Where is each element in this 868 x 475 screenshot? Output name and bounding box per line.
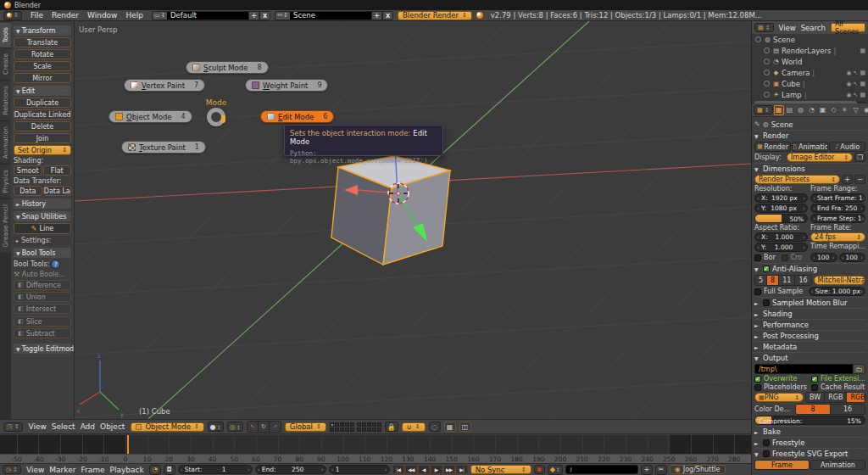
timeline-menu-frame[interactable]: Frame: [78, 466, 107, 474]
next-keyframe-button[interactable]: ▶▶: [443, 465, 455, 474]
panel-transform-header[interactable]: ▼Transform: [14, 25, 71, 36]
freestyle-svg-export-checkbox[interactable]: [763, 450, 770, 457]
menu-help[interactable]: Help: [121, 11, 147, 20]
render-anim-button[interactable]: ◫: [459, 422, 471, 432]
animatio-button[interactable]: ◫Animatio: [792, 142, 828, 152]
snap-settings-expander[interactable]: ▸Settings:: [14, 236, 71, 245]
channels-rgba[interactable]: RGBA: [847, 393, 865, 402]
panel-toggle-editmode-header[interactable]: ▼Toggle Editmode: [14, 344, 71, 354]
color-depth-8[interactable]: 8: [796, 405, 831, 414]
shelf-tab-animation[interactable]: Animation: [0, 120, 11, 164]
duplicate-button[interactable]: Duplicate: [14, 98, 71, 108]
render-icon[interactable]: ▦: [860, 70, 865, 76]
aa-samples-16[interactable]: 16: [795, 276, 810, 285]
panel-bake-header[interactable]: ►Bake: [754, 426, 865, 437]
timeline-menu-playback[interactable]: Playback: [108, 466, 147, 474]
smoot-button[interactable]: Smoot: [14, 165, 42, 176]
timeline-menu-view[interactable]: View: [24, 466, 47, 474]
layer-cell[interactable]: [377, 428, 381, 432]
select-icon[interactable]: ↖: [854, 92, 859, 98]
layer-cell[interactable]: [340, 428, 344, 432]
panel-freestyle-svg-export-header[interactable]: ▼Freestyle SVG Export: [754, 448, 865, 459]
rotate-manipulator-toggle[interactable]: ↻: [259, 422, 270, 432]
select-icon[interactable]: ↖: [854, 70, 859, 76]
transform-orientation-dropdown[interactable]: Global↕: [285, 422, 326, 432]
timeline-ruler[interactable]: -50-40-30-20-100102030405060708090100110…: [0, 454, 751, 463]
shelf-tab-grease-pencil[interactable]: Grease Pencil: [0, 198, 11, 253]
aa-samples-5[interactable]: 5: [755, 276, 767, 285]
slice-button[interactable]: ◧Slice: [14, 316, 71, 327]
aa-samples-8[interactable]: 8: [767, 276, 779, 285]
layer-cell[interactable]: [345, 422, 349, 427]
preset-add-button[interactable]: +: [842, 175, 853, 184]
viewport-shading-dropdown[interactable]: ●↕: [208, 422, 224, 432]
panel-booltools-header[interactable]: ▼Bool Tools: [14, 248, 71, 258]
resolution-x-field[interactable]: X:1920 px: [754, 193, 808, 203]
expand-toggle-icon[interactable]: [764, 92, 770, 98]
output-path-field[interactable]: /tmp\: [754, 364, 853, 374]
active-keying-set-field[interactable]: ⚷: [565, 465, 638, 474]
layer-cell[interactable]: [345, 428, 349, 432]
outliner-menu-view[interactable]: View: [776, 24, 798, 32]
outliner-row-camera[interactable]: ◆Camera|◉↖▦: [752, 67, 868, 78]
border-checkbox[interactable]: [754, 254, 761, 261]
play-reverse-button[interactable]: ◀: [418, 465, 430, 474]
render-engine-dropdown[interactable]: Blender Render↕: [398, 11, 472, 20]
outliner-row-world[interactable]: ◔World: [752, 56, 868, 67]
placeholders-checkbox[interactable]: [754, 384, 761, 391]
channels-rgb[interactable]: RGB: [825, 393, 847, 402]
layer-cell[interactable]: [372, 422, 376, 427]
audio-button[interactable]: ♪Audio: [829, 142, 865, 152]
outliner-row-lamp[interactable]: ☀Lamp|◉↖▦: [752, 89, 868, 100]
current-frame-marker[interactable]: [127, 435, 129, 454]
panel-edit-header[interactable]: ▼Edit: [14, 86, 71, 96]
jog-shuttle-button[interactable]: ◉Jog/Shuttle: [670, 465, 726, 474]
render-button[interactable]: ▦Render: [754, 142, 791, 152]
editor-type-selector[interactable]: ↕: [3, 11, 22, 20]
layer-cell[interactable]: [335, 428, 339, 432]
panel-antialiasing-header[interactable]: ▼✓Anti-Aliasing: [754, 263, 865, 274]
expand-toggle-icon[interactable]: [764, 70, 770, 75]
shelf-tab-create[interactable]: Create: [0, 48, 11, 80]
view3d-editor-selector[interactable]: ◳↕: [3, 422, 23, 432]
properties-tab-render[interactable]: ▦: [774, 105, 784, 115]
start-frame-stepper[interactable]: Start:1: [178, 465, 253, 474]
folder-icon[interactable]: 🗀: [853, 364, 865, 374]
insert-keyframe-button[interactable]: +: [641, 465, 653, 475]
display-dropdown[interactable]: Image Editor: [787, 153, 853, 162]
outliner-row-renderlayers[interactable]: ▤RenderLayers|▦: [752, 45, 868, 56]
add-layout-button[interactable]: +: [248, 11, 259, 20]
pie-item-texture-paint[interactable]: Texture Paint1: [121, 141, 206, 154]
menu-file[interactable]: File: [26, 11, 47, 20]
prev-keyframe-button[interactable]: ◀◀: [405, 465, 417, 474]
help-icon[interactable]: ?: [51, 260, 60, 269]
play-button[interactable]: ▶: [431, 465, 442, 474]
panel-metadata-header[interactable]: ►Metadata: [754, 341, 865, 352]
properties-tab-render-layers[interactable]: ▤: [785, 105, 795, 115]
remap-old-field[interactable]: 100: [810, 253, 837, 262]
delete-keyframe-button[interactable]: ✂: [655, 465, 667, 475]
file-extensi--checkbox[interactable]: ✓: [811, 376, 818, 383]
compression-slider[interactable]: Compression: 15%: [754, 416, 865, 425]
layer-cell[interactable]: [330, 422, 334, 427]
snap-target-button[interactable]: ◌: [429, 422, 441, 432]
difference-button[interactable]: ◧Difference: [14, 280, 71, 290]
start-frame-field[interactable]: Start Frame: 1: [810, 193, 865, 203]
view3d-menu-view[interactable]: View: [26, 422, 49, 431]
data-button[interactable]: Data: [14, 186, 42, 196]
view3d-menu-add[interactable]: Add: [78, 422, 97, 431]
keying-set-dropdown[interactable]: ◆↕: [548, 465, 563, 475]
pie-item-sculpt-mode[interactable]: Sculpt Mode8: [186, 61, 269, 74]
scene-selector[interactable]: ⚯↕ Scene + x: [275, 11, 393, 20]
outliner-row-cube[interactable]: ▣Cube|◉↖▦: [752, 78, 868, 89]
pie-item-edit-mode[interactable]: Edit Mode6: [260, 110, 334, 123]
view3d-menu-select[interactable]: Select: [49, 422, 78, 431]
panel-shading-header[interactable]: ►Shading: [754, 308, 865, 319]
frame-step-field[interactable]: Frame Step: 1: [810, 214, 865, 223]
end-frame-field[interactable]: End Fra: 250: [810, 204, 865, 213]
subtract-button[interactable]: ◧Subtract: [14, 328, 71, 338]
layer-cell[interactable]: [362, 428, 366, 432]
fps-dropdown[interactable]: 24 fps: [810, 232, 865, 242]
outliner-row-scene[interactable]: ◍Scene: [752, 34, 868, 45]
lock-time-cursor-button[interactable]: ◘: [164, 465, 175, 475]
